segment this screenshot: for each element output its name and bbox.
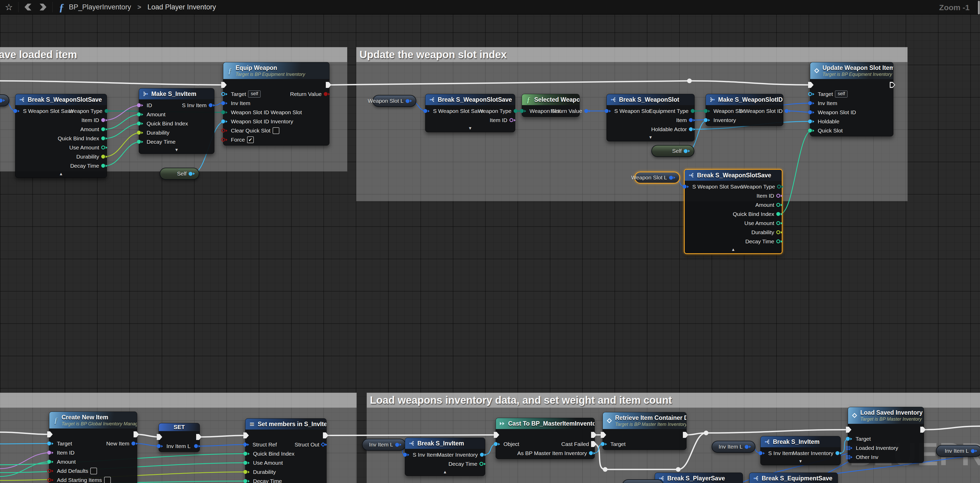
exec-out-pin[interactable] — [683, 432, 688, 438]
node-header[interactable]: ƒEquip WeaponTarget is BP Equipment Inve… — [223, 62, 329, 79]
pin-self[interactable] — [684, 149, 691, 153]
pin-return-value[interactable] — [324, 92, 331, 96]
pin-s-inv-item[interactable] — [209, 103, 216, 107]
pin-weapon-slot-l[interactable] — [669, 176, 677, 180]
pin-weapon-slot-id-inventory[interactable] — [221, 119, 229, 123]
exec-wire[interactable] — [0, 81, 224, 85]
variable-getter-self[interactable]: Self — [651, 145, 694, 157]
pin-decay-time[interactable] — [243, 479, 251, 483]
pin-s-weapon-slot-id[interactable] — [784, 109, 792, 113]
variable-getter-inv-item-l[interactable]: Inv Item L — [362, 439, 406, 451]
node-selected-weapon-slot[interactable]: ƒSelected Weapon SlotWeapon SlotReturn V… — [522, 94, 580, 117]
pin-quick-slot[interactable] — [808, 129, 816, 132]
pin-add-starting-items[interactable] — [47, 478, 55, 482]
pin-use-amount[interactable] — [243, 461, 251, 465]
pin-decay-time[interactable] — [479, 462, 487, 466]
pin-decay-time[interactable] — [776, 240, 784, 243]
pin-weapon-slot-id[interactable] — [808, 110, 816, 114]
exec-out-pin[interactable] — [196, 434, 202, 440]
pin-struct-out[interactable] — [321, 443, 328, 446]
exec-wire[interactable] — [199, 435, 246, 437]
data-wire[interactable] — [105, 114, 141, 129]
data-wire[interactable] — [105, 133, 141, 157]
exec-wire[interactable] — [923, 426, 980, 430]
exec-wire[interactable] — [329, 81, 690, 85]
pin-s-weapon-slot-save[interactable] — [682, 185, 690, 189]
exec-in-pin[interactable] — [808, 82, 814, 88]
variable-getter-weapon-slot-l[interactable]: Weapon Slot L — [372, 95, 416, 107]
node-break-s-weaponslot[interactable]: Break S_WeaponSlotS Weapon SlotEquipment… — [606, 94, 695, 141]
exec-in-pin[interactable] — [601, 432, 606, 438]
self-value-box[interactable]: self — [248, 91, 261, 97]
collapse-down-icon[interactable]: ▼ — [760, 459, 840, 465]
pin-item-id[interactable] — [509, 118, 517, 122]
exec-out-pin[interactable] — [890, 82, 895, 88]
pin-struct-ref[interactable] — [243, 443, 250, 446]
exec-out-pin[interactable] — [323, 432, 328, 439]
reroute-node[interactable] — [676, 467, 681, 472]
pin-use-amount[interactable] — [101, 146, 109, 149]
collapse-up-icon[interactable]: ▲ — [405, 469, 485, 476]
pin-clear-quick-slot[interactable] — [221, 129, 229, 132]
node-break-s-invitem[interactable]: Break S_InvItemS Inv ItemMaster Inventor… — [760, 436, 841, 465]
pin-amount[interactable] — [776, 203, 784, 207]
node-equip-weapon[interactable]: ƒEquip WeaponTarget is BP Equipment Inve… — [223, 62, 329, 146]
node-break-s-weaponslotsave[interactable]: Break S_WeaponSlotSaveS Weapon Slot Save… — [15, 94, 107, 178]
exec-out-pin[interactable] — [326, 82, 331, 88]
pin-inv-item[interactable] — [808, 101, 816, 105]
exec-out-pin[interactable] — [134, 431, 139, 437]
pin-struct[interactable] — [194, 444, 202, 448]
pin-decay-time[interactable] — [137, 140, 145, 144]
pin-quick-bind-index[interactable] — [137, 122, 145, 126]
node-header[interactable]: Retrieve Item Container DetailsTarget is… — [603, 412, 686, 429]
exec-in-pin[interactable] — [243, 432, 249, 439]
data-wire[interactable] — [0, 453, 51, 469]
pin-master-inventory[interactable] — [835, 451, 843, 455]
pin-s-weapon-slot-save[interactable] — [423, 109, 431, 113]
pin-inv-item-l[interactable] — [395, 443, 403, 447]
exec-in-pin[interactable] — [221, 82, 227, 88]
pin-durability[interactable] — [101, 155, 109, 159]
checkbox-unchecked[interactable] — [273, 127, 279, 134]
pin-quick-bind-index[interactable] — [101, 137, 109, 140]
self-value-box[interactable]: self — [835, 91, 848, 97]
pin-target[interactable] — [47, 442, 55, 445]
pin-return-value[interactable] — [584, 109, 592, 113]
node-create-new-item[interactable]: ƒCreate New ItemTarget is BP Global Inve… — [49, 412, 137, 483]
pin-inv-item[interactable] — [221, 101, 229, 105]
variable-getter-unnamed[interactable] — [622, 479, 664, 483]
pin-durability[interactable] — [243, 470, 251, 474]
collapse-down-icon[interactable]: ▼ — [139, 147, 214, 154]
variable-getter-inv-item-l[interactable]: Inv Item L — [711, 441, 756, 453]
pin-target[interactable] — [221, 92, 229, 96]
node-header[interactable]: Break S_InvItem — [405, 438, 485, 449]
collapse-up-icon[interactable]: ▲ — [685, 247, 782, 253]
pin-inv-item-l[interactable] — [971, 449, 978, 453]
collapse-down-icon[interactable]: ▼ — [425, 126, 515, 132]
node-break-s-invitem[interactable]: Break S_InvItemS Inv ItemMaster Inventor… — [405, 438, 485, 476]
exec-in-pin[interactable] — [846, 427, 851, 433]
node-load-saved-inventory[interactable]: Load Saved InventoryTarget is BP Master … — [848, 407, 924, 463]
exec-wire[interactable] — [0, 432, 50, 434]
pin-target[interactable] — [846, 437, 853, 441]
pin-new-item[interactable] — [132, 442, 139, 445]
vertical-scrollbar[interactable] — [978, 1, 980, 14]
collapse-up-icon[interactable]: ▲ — [15, 172, 107, 178]
pin-holdable[interactable] — [808, 119, 816, 123]
pin-cast-failed[interactable] — [591, 441, 597, 447]
pin-add-defaults[interactable] — [47, 469, 55, 473]
pin-out[interactable] — [0, 99, 6, 102]
node-header[interactable]: Update Weapon Slot ItemTarget is BP Equi… — [810, 62, 893, 79]
exec-wire[interactable] — [137, 434, 160, 437]
pin-durability[interactable] — [776, 230, 784, 234]
pin-amount[interactable] — [47, 460, 55, 464]
blueprint-graph-canvas[interactable]: save loaded itemUpdate the weapon slot i… — [0, 0, 980, 483]
breadcrumb-current[interactable]: Load Player Inventory — [147, 3, 216, 11]
checkbox-checked[interactable]: ✔ — [247, 137, 254, 143]
node-set-members-in-s-invitem[interactable]: Set members in S_InvItemStruct RefStruct… — [245, 418, 326, 483]
node-header[interactable]: Break S_WeaponSlotSave — [425, 94, 515, 105]
reroute-node[interactable] — [603, 467, 608, 472]
pin-master-inventory[interactable] — [480, 453, 487, 457]
pin-durability[interactable] — [137, 131, 145, 135]
nav-forward-button[interactable] — [37, 1, 49, 13]
